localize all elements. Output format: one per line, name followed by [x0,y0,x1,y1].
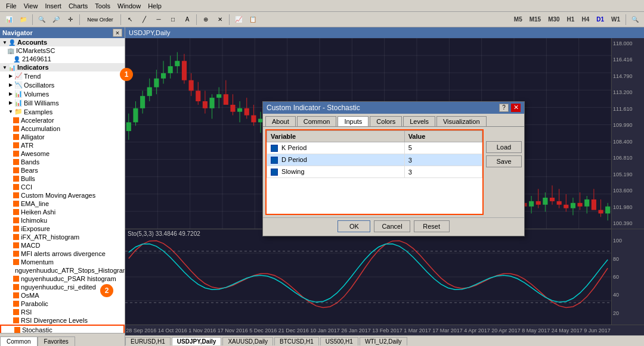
nav-rsi-div[interactable]: RSI Divergence Levels [0,316,125,325]
modal-tab-colors[interactable]: Colors [370,116,402,126]
symbol-tab-wti[interactable]: WTI_U2,Daily [360,337,407,345]
nav-awesome[interactable]: Awesome [0,149,125,158]
nav-parabolic[interactable]: Parabolic [0,300,125,308]
tf-m15[interactable]: M15 [527,15,544,24]
template-btn[interactable]: 📋 [246,14,259,26]
nav-cci[interactable]: CCI [0,183,125,191]
charts-wrapper: 118.000 116.416 114.790 113.200 111.610 … [125,38,644,335]
menu-tools[interactable]: Tools [91,2,114,10]
nav-examples[interactable]: ▼ 📁 Examples [0,107,125,116]
new-chart-btn[interactable]: 📊 [2,14,16,26]
nav-ng-psar[interactable]: nguyenhuuduc_PSAR histogram [0,275,125,283]
ok-btn[interactable]: OK [338,220,370,232]
nav-accumulation[interactable]: Accumulation [0,124,125,133]
table-row[interactable]: K Period 5 [267,142,482,154]
nav-accelerator[interactable]: Accelerator [0,116,125,124]
nav-indicators-section[interactable]: ▼ 📊 Indicators [0,63,125,71]
cancel-btn[interactable]: Cancel [374,220,410,232]
nav-atr[interactable]: ATR [0,141,125,149]
modal-tab-about[interactable]: About [265,116,296,126]
delete-btn[interactable]: ✕ [213,14,227,26]
row2-value[interactable]: 3 [404,154,482,166]
navigator-close[interactable]: × [113,29,122,37]
crosshair-btn[interactable]: ✛ [64,14,77,26]
row1-value[interactable]: 5 [404,142,482,154]
menu-insert[interactable]: Insert [41,2,65,10]
menu-view[interactable]: View [20,2,42,10]
reset-btn[interactable]: Reset [414,220,450,232]
nav-bulls[interactable]: Bulls [0,174,125,183]
row3-value[interactable]: 3 [404,166,482,178]
tf-m5[interactable]: M5 [511,15,525,24]
nav-oscillators[interactable]: ▶ 📉 Oscillators [0,80,125,89]
nav-trend[interactable]: ▶ 📈 Trend [0,71,125,80]
menu-file[interactable]: File [2,2,20,10]
nav-momentum[interactable]: Momentum [0,258,125,266]
nav-tab-favorites[interactable]: Favorites [38,336,75,346]
modal-tab-visualization[interactable]: Visualization [436,116,487,126]
navigator-header: Navigator × [0,27,125,38]
zoom-out-btn[interactable]: 🔎 [49,14,63,26]
nav-ema-line[interactable]: EMA_line [0,200,125,208]
table-row-selected[interactable]: D Period 3 [267,154,482,166]
save-btn[interactable]: Save [486,155,522,167]
modal-help-btn[interactable]: ? [499,104,509,112]
menu-help[interactable]: Help [144,2,165,10]
nav-stochastic[interactable]: Stochastic [0,325,125,333]
nav-account-num[interactable]: 👤 21469611 [0,55,125,63]
modal-tab-common[interactable]: Common [297,116,337,126]
menu-charts[interactable]: Charts [65,2,91,10]
tb-sep3 [120,14,121,25]
rect-tool[interactable]: □ [166,14,179,26]
nav-rsi[interactable]: RSI [0,308,125,316]
symbol-tab-xauusd[interactable]: XAUUSD,Daily [222,337,273,345]
nav-iexposure[interactable]: iExposure [0,225,125,233]
nav-bill-williams[interactable]: ▶ 📊 Bill Williams [0,98,125,107]
nav-bears[interactable]: Bears [0,166,125,174]
nav-iFX-ATR[interactable]: iFX_ATR_histogram [0,233,125,241]
symbol-tab-btcusd[interactable]: BTCUSD,H1 [274,337,319,345]
account-num-label: 21469611 [22,55,51,63]
modal-title: Custom Indicator - Stochastic [267,104,360,112]
symbol-tab-usdjpy[interactable]: USDJPY,Daily [172,337,222,345]
line-tool[interactable]: ╱ [138,14,151,26]
stoch-chart[interactable]: Sto(5,3,3) 33.4846 49.7202 100 80 60 40 … [125,229,644,325]
search-btn[interactable]: 🔍 [628,14,642,26]
zoom-in-btn[interactable]: 🔍 [35,14,48,26]
arrow-tool[interactable]: ↖ [123,14,137,26]
indicator-btn[interactable]: 📈 [232,14,245,26]
col-value: Value [404,130,482,142]
tf-h4[interactable]: H4 [578,15,592,24]
nav-mfi[interactable]: MFI alerts arrows divergence [0,250,125,258]
tf-w1[interactable]: W1 [608,15,623,24]
row3-icon [271,169,278,176]
nav-tab-common[interactable]: Common [0,336,38,346]
modal-tab-inputs[interactable]: Inputs [338,116,369,126]
tf-h1[interactable]: H1 [564,15,578,24]
nav-icmarkets[interactable]: 🏢 ICMarketsSC [0,46,125,55]
tf-m30[interactable]: M30 [545,15,562,24]
text-tool[interactable]: A [181,14,194,26]
nav-macd[interactable]: MACD [0,241,125,250]
modal-close-btn[interactable]: ✕ [511,104,521,112]
nav-heiken-ashi[interactable]: Heiken Ashi [0,208,125,216]
nav-alligator[interactable]: Alligator [0,133,125,141]
menu-window[interactable]: Window [114,2,144,10]
nav-ng-atr[interactable]: nguyenhuuduc_ATR_Stops_Histogram [0,266,125,275]
new-order-btn[interactable]: New Order [82,14,118,26]
magnet-btn[interactable]: ⊕ [199,14,212,26]
load-btn[interactable]: Load [486,141,522,153]
table-row[interactable]: Slowing 3 [267,166,482,178]
nav-custom-ma[interactable]: Custom Moving Averages [0,191,125,200]
tf-d1[interactable]: D1 [593,15,607,24]
bears-label: Bears [21,167,38,174]
nav-ichimoku[interactable]: Ichimoku [0,216,125,225]
nav-volumes[interactable]: ▶ 📊 Volumes [0,89,125,98]
hline-tool[interactable]: ─ [152,14,165,26]
symbol-tab-eurusd[interactable]: EURUSD,H1 [125,337,171,345]
symbol-tab-us500[interactable]: US500,H1 [320,337,358,345]
open-btn[interactable]: 📁 [17,14,30,26]
nav-accounts-section[interactable]: ▼ 👤 Accounts [0,38,125,46]
modal-tab-levels[interactable]: Levels [403,116,435,126]
nav-bands[interactable]: Bands [0,158,125,166]
